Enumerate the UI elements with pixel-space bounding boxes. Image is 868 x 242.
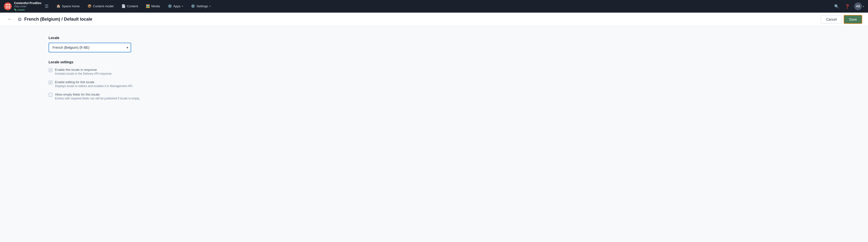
checkmark-icon-2: ✓ [50,81,52,84]
cancel-button[interactable]: Cancel [821,15,842,24]
nav-label-space-home: Space home [62,4,80,8]
brand-text: Contentful ProdDev Help center master [14,1,41,11]
main-content: Locale French (Belgium) (fr-BE) English … [0,26,868,242]
nav-items: 🏠 Space home 📦 Content model 📄 Content 🖼… [53,0,833,12]
user-menu-dropdown-arrow: ▾ [863,5,864,8]
branch-icon [14,8,17,11]
subheader: ← ⚙ French (Belgium) / Default locale Ca… [0,12,868,26]
apps-icon: ⚙️ [168,4,172,8]
checkbox-allow-empty-input[interactable] [49,93,53,97]
brand-logo [4,2,12,10]
locale-section-label: Locale [49,36,819,40]
save-button[interactable]: Save [844,15,862,24]
top-navigation: Contentful ProdDev Help center master ☰ … [0,0,868,12]
media-icon: 🖼️ [146,4,150,8]
nav-item-space-home[interactable]: 🏠 Space home [53,0,84,12]
nav-item-media[interactable]: 🖼️ Media [142,0,164,12]
checkbox-enable-editing: ✓ Enable editing for this locale Display… [49,80,819,88]
content-icon: 📄 [121,4,126,8]
checkbox-allow-empty: Allow empty fields for this locale Entri… [49,93,819,100]
checkbox-enable-in-response-text: Enable this locale in response Includes … [55,68,113,75]
checkbox-allow-empty-desc: Entries with required fields can still b… [55,97,140,100]
nav-item-settings[interactable]: ⚙️ Settings ▾ [187,0,214,12]
checkbox-enable-editing-input[interactable]: ✓ [49,80,53,84]
content-model-icon: 📦 [87,4,92,8]
nav-item-content[interactable]: 📄 Content [118,0,142,12]
checkmark-icon: ✓ [50,69,52,72]
hamburger-button[interactable]: ☰ [43,3,51,10]
user-menu[interactable]: AS ▾ [854,2,864,10]
brand-branch: master [14,8,41,11]
nav-label-content: Content [127,4,138,8]
checkbox-enable-in-response-input[interactable]: ✓ [49,68,53,72]
page-title-section: ⚙ French (Belgium) / Default locale [18,16,817,22]
avatar: AS [854,2,862,10]
brand-section: Contentful ProdDev Help center master [4,1,43,11]
checkbox-enable-in-response-label: Enable this locale in response [55,68,113,72]
brand-name: Contentful ProdDev [14,1,41,5]
checkbox-enable-editing-desc: Displays locale to editors and enables i… [55,84,133,88]
brand-logo-icon [6,4,10,8]
checkbox-enable-editing-text: Enable editing for this locale Displays … [55,80,133,88]
help-button[interactable]: ❓ [843,2,851,10]
locale-select[interactable]: French (Belgium) (fr-BE) English (United… [49,43,131,53]
nav-label-media: Media [151,4,160,8]
checkbox-enable-editing-label: Enable editing for this locale [55,80,133,84]
checkbox-allow-empty-text: Allow empty fields for this locale Entri… [55,93,140,100]
locale-select-wrapper: French (Belgium) (fr-BE) English (United… [49,43,131,53]
nav-label-apps: Apps [174,4,181,8]
nav-item-content-model[interactable]: 📦 Content model [84,0,118,12]
brand-subtitle: Help center [14,5,41,8]
back-button[interactable]: ← [6,15,13,23]
search-button[interactable]: 🔍 [833,2,841,10]
checkbox-enable-in-response: ✓ Enable this locale in response Include… [49,68,819,75]
checkbox-allow-empty-label: Allow empty fields for this locale [55,93,140,96]
settings-icon: ⚙️ [191,4,195,8]
subheader-actions: Cancel Save [821,15,862,24]
branch-label: master [18,8,25,11]
settings-section-label: Locale settings [49,60,819,64]
nav-label-settings: Settings [196,4,208,8]
page-title: French (Belgium) / Default locale [24,17,92,22]
space-home-icon: 🏠 [56,4,60,8]
checkbox-enable-in-response-desc: Includes locale in the Delivery API resp… [55,72,113,75]
nav-right: 🔍 ❓ AS ▾ [833,2,864,10]
back-icon: ← [7,17,12,22]
settings-dropdown-arrow: ▾ [209,5,211,7]
nav-item-apps[interactable]: ⚙️ Apps ▾ [164,0,187,12]
nav-label-content-model: Content model [93,4,114,8]
page-gear-icon: ⚙ [18,16,22,22]
apps-dropdown-arrow: ▾ [182,5,183,7]
